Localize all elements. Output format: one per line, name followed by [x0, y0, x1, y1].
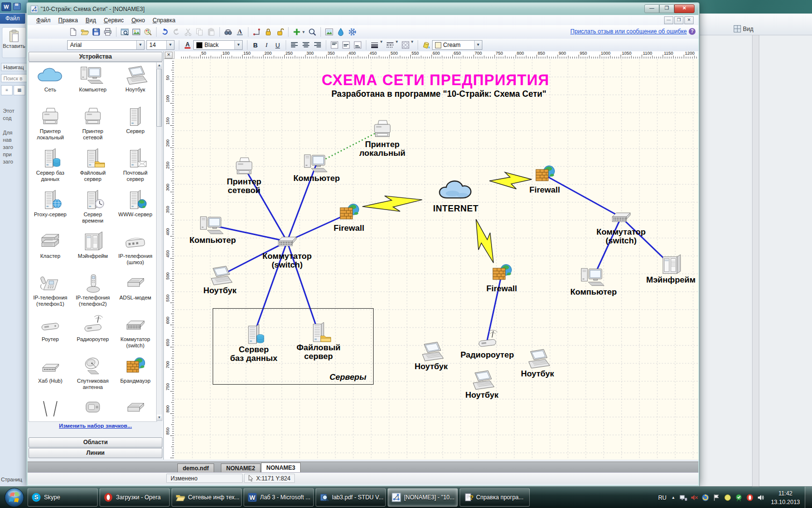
menu-item-3[interactable]: Вид — [82, 16, 100, 25]
node-radiorouter[interactable] — [473, 329, 501, 351]
node-printer-network[interactable] — [230, 156, 258, 178]
palette-item-hub[interactable]: Хаб (Hub) — [29, 354, 72, 395]
line-width-icon[interactable] — [369, 40, 380, 50]
underline-button[interactable]: U — [272, 40, 283, 50]
node-mainframe[interactable] — [657, 254, 685, 276]
save-icon[interactable] — [91, 27, 102, 37]
save-floppy-icon[interactable] — [13, 3, 21, 10]
menu-item-6[interactable]: Справка — [149, 16, 179, 25]
valign-middle-icon[interactable] — [341, 40, 351, 50]
word-nav-tabs[interactable]: ≡▦ — [1, 85, 28, 95]
language-indicator[interactable]: RU — [658, 494, 667, 501]
palette-item-laptop[interactable]: Ноутбук — [114, 62, 157, 104]
bold-button[interactable]: B — [250, 40, 261, 50]
right-window-scrollbar[interactable] — [752, 35, 759, 487]
palette-item-switch[interactable]: Коммутатор (switch) — [114, 312, 157, 354]
palette-item-mainframe[interactable]: Мэйнфрейм — [72, 229, 114, 270]
mdi-close-button[interactable]: ✕ — [684, 16, 694, 24]
node-computer-left[interactable] — [199, 214, 227, 237]
help-icon[interactable]: ? — [689, 28, 696, 35]
tab-noname2[interactable]: NONAME2 — [221, 463, 261, 473]
tab-noname3[interactable]: NONAME3 — [261, 463, 301, 473]
tray-volume-icon[interactable] — [757, 493, 765, 502]
palette-item-server-www[interactable]: WWW-сервер — [114, 187, 157, 229]
mdi-restore-button[interactable]: ❐ — [674, 16, 683, 24]
font-color-select[interactable]: Black▼ — [193, 40, 243, 50]
palette-item-ip-phone[interactable]: IP-телефония (телефон1) — [29, 270, 72, 312]
palette-item-radiorouter[interactable]: Радиороутер — [72, 312, 114, 354]
color-palette-icon[interactable] — [143, 27, 153, 37]
node-laptop-left[interactable] — [206, 265, 234, 287]
palette-item-server-db[interactable]: Сервер баз данных — [29, 146, 72, 187]
align-center-icon[interactable] — [301, 40, 311, 50]
background-word-window[interactable]: W Файл Вставить Навигац Поиск в ≡▦ Этот … — [0, 0, 28, 486]
print-icon[interactable] — [102, 27, 113, 37]
magnifier-icon[interactable] — [307, 27, 318, 37]
align-left-icon[interactable] — [289, 40, 300, 50]
valign-bottom-icon[interactable] — [352, 40, 363, 50]
connector-tool-icon[interactable] — [251, 27, 262, 37]
node-computer-top[interactable] — [303, 152, 331, 175]
show-desktop-button[interactable] — [805, 487, 812, 508]
maximize-button[interactable]: ❐ — [659, 4, 674, 13]
menu-item-5[interactable]: Окно — [128, 16, 149, 25]
section-lines-button[interactable]: Линии — [29, 448, 162, 458]
chevron-down-icon[interactable]: ▼ — [302, 30, 305, 34]
node-file-server[interactable] — [304, 322, 333, 344]
palette-item-computer[interactable]: Компьютер — [72, 62, 114, 104]
word-file-tab[interactable]: Файл — [0, 14, 25, 24]
menu-item-4[interactable]: Сервис — [100, 16, 128, 25]
line-style-icon[interactable] — [385, 40, 395, 50]
align-right-icon[interactable] — [312, 40, 323, 50]
node-internet[interactable] — [421, 177, 490, 205]
chevron-down-icon[interactable]: ▼ — [379, 40, 383, 50]
chevron-down-icon[interactable]: ▼ — [410, 40, 414, 50]
insert-image-icon[interactable] — [131, 27, 142, 37]
unlock-icon[interactable] — [275, 27, 285, 37]
palette-item-printer[interactable]: Принтер локальный — [29, 104, 72, 146]
palette-item-modem[interactable]: ADSL-модем — [114, 270, 157, 312]
taskbar-button-skype[interactable]: SSkype — [28, 488, 98, 507]
node-firewall-right[interactable] — [531, 164, 559, 186]
palette-item-router[interactable]: Роутер — [29, 312, 72, 354]
tray-notify-icon[interactable] — [724, 493, 732, 502]
word-paste-button[interactable]: Вставить — [2, 27, 26, 58]
node-server-db[interactable] — [240, 324, 268, 346]
taskbar-button-stdu[interactable]: lab3.pdf - STDU V... — [316, 488, 386, 507]
taskbar-button-folder[interactable]: Сетевые инф тех... — [172, 488, 242, 507]
palette-item-cloud[interactable]: Сеть — [29, 62, 72, 104]
tray-update-icon[interactable] — [701, 493, 710, 502]
picture-icon[interactable] — [324, 27, 334, 37]
undo-icon[interactable] — [160, 27, 170, 37]
open-folder-icon[interactable] — [79, 27, 90, 37]
paint-bucket-icon[interactable] — [421, 40, 432, 50]
diagram-canvas[interactable]: СХЕМА СЕТИ ПРЕДПРИЯТИЯ Разработана в про… — [174, 59, 698, 460]
zoom-window-icon[interactable] — [119, 27, 130, 37]
palette-item-firewall[interactable]: Брандмауэр — [114, 354, 157, 395]
node-firewall-left[interactable] — [335, 202, 363, 224]
menu-item-1[interactable]: Файл — [32, 16, 55, 25]
word-search-input[interactable]: Поиск в — [1, 74, 28, 82]
paste-icon[interactable] — [206, 27, 217, 37]
node-switch-right[interactable] — [607, 206, 635, 228]
palette-scrollbar[interactable]: ▲ ▼ — [156, 62, 162, 421]
hatch-pattern-icon[interactable] — [400, 40, 411, 50]
palette-item-server-clock[interactable]: Сервер времени — [72, 187, 114, 229]
scroll-up-icon[interactable]: ▲ — [157, 62, 162, 68]
font-color-icon[interactable]: A — [182, 40, 193, 50]
font-name-select[interactable]: Arial▼ — [67, 40, 145, 50]
tray-flag-icon[interactable] — [712, 493, 721, 502]
palette-item-cluster[interactable]: Кластер — [29, 229, 72, 270]
background-right-window[interactable]: Вид — [699, 14, 812, 486]
palette-item-printer[interactable]: Принтер сетевой — [72, 104, 114, 146]
node-switch-center[interactable] — [273, 230, 301, 253]
taskbar-button-netdiagram[interactable]: [NONAME3] - "10... — [388, 488, 458, 507]
tab-demo-ndf[interactable]: demo.ndf — [177, 463, 214, 473]
change-icon-set-link[interactable]: Изменить набор значков... — [28, 423, 163, 429]
taskbar-button-word[interactable]: WЛаб 3 - Microsoft ... — [244, 488, 314, 507]
fill-color-select[interactable]: Cream▼ — [432, 40, 482, 50]
palette-item-server[interactable]: Сервер — [114, 104, 157, 146]
taskbar-button-help[interactable]: ?Справка програ... — [460, 488, 530, 507]
italic-button[interactable]: I — [261, 40, 272, 50]
palette-item-dect-phone[interactable]: IP-телефония (телефон2) — [72, 270, 114, 312]
